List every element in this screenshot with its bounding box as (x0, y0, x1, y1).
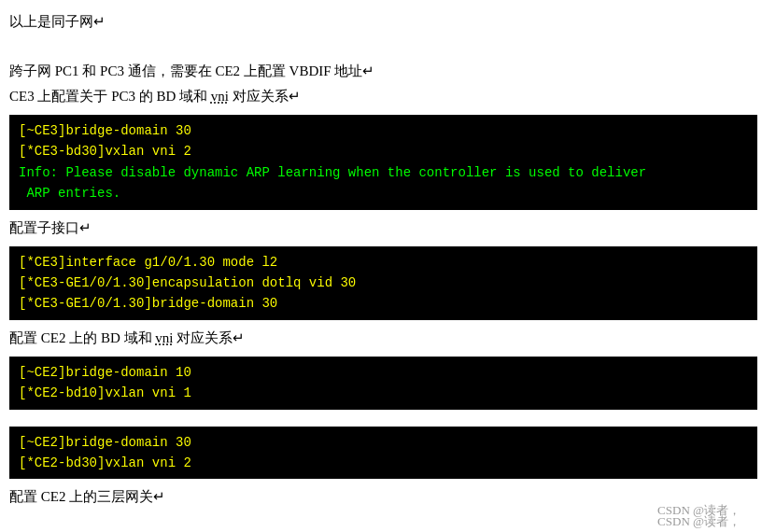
code-b4-l1: [~CE2]bridge-domain 30 (19, 435, 191, 450)
line-4: 配置子接口↵ (9, 216, 757, 241)
line-6: 配置 CE2 上的三层网关↵ CSDN @读者， (9, 484, 757, 510)
code-b2-l1: [*CE3]interface g1/0/1.30 mode l2 (19, 255, 277, 270)
text-l2: 跨子网 PC1 和 PC3 通信，需要在 CE2 上配置 VBDIF 地址 (9, 63, 362, 78)
blank-2 (9, 51, 757, 59)
text-l1: 以上是同子网 (9, 14, 93, 29)
code-b4-l2: [*CE2-bd30]vxlan vni 2 (19, 455, 191, 470)
code-b2-l3: [*CE3-GE1/0/1.30]bridge-domain 30 (19, 296, 277, 311)
code-b1-l1: [~CE3]bridge-domain 30 (19, 123, 191, 138)
code-b2-l2: [*CE3-GE1/0/1.30]encapsulation dotlq vid… (19, 275, 356, 290)
code-block-4: [~CE2]bridge-domain 30 [*CE2-bd30]vxlan … (9, 427, 757, 480)
code-b1-l3-text: Info: Please disable dynamic ARP learnin… (19, 165, 646, 180)
code-b1-l3: Info: Please disable dynamic ARP learnin… (19, 165, 646, 201)
watermark-fixed: CSDN @读者， (657, 502, 741, 519)
vni-underline-1: vni (211, 89, 229, 104)
code-b1-l4-text: ARP entries. (19, 186, 120, 201)
text-l6: 配置 CE2 上的三层网关 (9, 489, 153, 504)
line-1: 以上是同子网↵ (9, 9, 757, 35)
blank-3 (9, 415, 757, 421)
line-5: 配置 CE2 上的 BD 域和 vni 对应关系↵ (9, 326, 757, 351)
code-block-3: [~CE2]bridge-domain 10 [*CE2-bd10]vxlan … (9, 357, 757, 410)
page-wrap: 以上是同子网↵ 跨子网 PC1 和 PC3 通信，需要在 CE2 上配置 VBD… (9, 9, 757, 532)
code-b3-l1: [~CE2]bridge-domain 10 (19, 365, 191, 380)
code-b3-l2: [*CE2-bd10]vxlan vni 1 (19, 385, 191, 400)
line-3: CE3 上配置关于 PC3 的 BD 域和 vni 对应关系↵ (9, 84, 757, 109)
blank-1 (9, 35, 757, 51)
text-l4: 配置子接口 (9, 220, 79, 235)
code-block-1: [~CE3]bridge-domain 30 [*CE3-bd30]vxlan … (9, 115, 757, 210)
code-b1-l2: [*CE3-bd30]vxlan vni 2 (19, 144, 191, 159)
line-2: 跨子网 PC1 和 PC3 通信，需要在 CE2 上配置 VBDIF 地址↵ (9, 59, 757, 84)
vni-underline-2: vni (155, 330, 173, 345)
code-block-2: [*CE3]interface g1/0/1.30 mode l2 [*CE3-… (9, 246, 757, 320)
